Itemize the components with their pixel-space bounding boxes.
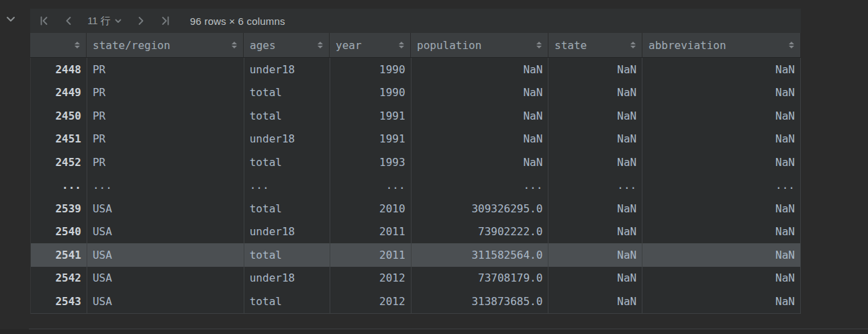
cell-year[interactable]: 1991 [330, 104, 412, 128]
column-header-ages[interactable]: ages [244, 33, 330, 57]
cell-year[interactable]: 2011 [330, 243, 412, 267]
table-row[interactable]: 2542USAunder18201273708179.0NaNNaN [31, 267, 801, 290]
cell-year[interactable]: 2012 [330, 290, 412, 313]
row-index-cell[interactable]: 2450 [31, 104, 87, 128]
cell-state[interactable]: NaN [548, 58, 642, 81]
column-header-abbreviation[interactable]: abbreviation [642, 33, 801, 57]
cell-population[interactable]: 73902222.0 [412, 220, 549, 244]
cell-state-region[interactable]: USA [87, 243, 244, 267]
cell-abbreviation[interactable]: NaN [642, 128, 801, 151]
cell-population[interactable]: NaN [412, 81, 549, 105]
previous-page-button[interactable] [61, 13, 76, 28]
cell-state[interactable]: NaN [548, 243, 642, 267]
cell-abbreviation[interactable]: NaN [642, 151, 801, 174]
row-index-cell[interactable]: 2449 [31, 81, 87, 105]
table-row[interactable]: 2450PRtotal1991NaNNaNNaN [31, 104, 801, 128]
cell-state-region[interactable]: PR [87, 104, 244, 128]
cell-population[interactable]: 313873685.0 [412, 290, 549, 313]
column-header-state-region[interactable]: state/region [87, 33, 244, 57]
cell-ages[interactable]: ... [244, 174, 330, 198]
cell-ages[interactable]: total [244, 290, 330, 313]
table-row[interactable]: 2448PRunder181990NaNNaNNaN [31, 58, 801, 81]
row-index-cell[interactable]: 2541 [31, 243, 87, 267]
cell-ages[interactable]: total [244, 151, 330, 174]
column-header-row-index[interactable] [30, 33, 87, 57]
cell-ages[interactable]: total [244, 104, 330, 128]
row-index-cell[interactable]: 2540 [31, 220, 87, 244]
cell-state-region[interactable]: PR [87, 151, 244, 174]
cell-population[interactable]: NaN [412, 128, 549, 151]
cell-ages[interactable]: under18 [244, 267, 330, 290]
cell-state[interactable]: NaN [548, 267, 642, 290]
cell-state-region[interactable]: USA [87, 197, 244, 220]
cell-state[interactable]: NaN [548, 220, 642, 244]
cell-year[interactable]: ... [330, 174, 412, 198]
cell-state-region[interactable]: PR [87, 81, 244, 105]
row-index-cell[interactable]: 2451 [31, 128, 87, 151]
cell-population[interactable]: NaN [412, 104, 549, 128]
row-index-cell[interactable]: ... [31, 174, 87, 198]
cell-population[interactable]: NaN [412, 58, 549, 81]
cell-state[interactable]: NaN [548, 104, 642, 128]
table-row[interactable]: 2540USAunder18201173902222.0NaNNaN [31, 220, 801, 244]
cell-abbreviation[interactable]: NaN [642, 58, 801, 81]
cell-state-region[interactable]: PR [87, 128, 244, 151]
cell-ages[interactable]: under18 [244, 58, 330, 81]
cell-ages[interactable]: total [244, 243, 330, 267]
cell-year[interactable]: 1993 [330, 151, 412, 174]
cell-state[interactable]: NaN [548, 128, 642, 151]
table-row[interactable]: 2451PRunder181991NaNNaNNaN [31, 128, 801, 151]
table-row[interactable]: 2449PRtotal1990NaNNaNNaN [31, 81, 801, 105]
cell-population[interactable]: 73708179.0 [412, 267, 549, 290]
cell-state-region[interactable]: USA [87, 220, 244, 244]
column-header-population[interactable]: population [411, 33, 548, 57]
cell-abbreviation[interactable]: NaN [642, 197, 801, 220]
cell-year[interactable]: 2010 [330, 197, 412, 220]
next-page-button[interactable] [134, 13, 148, 28]
cell-year[interactable]: 2011 [330, 220, 412, 244]
cell-state[interactable]: NaN [548, 290, 642, 313]
row-index-cell[interactable]: 2542 [31, 267, 87, 290]
cell-state-region[interactable]: USA [87, 267, 244, 290]
cell-state[interactable]: NaN [548, 81, 642, 105]
cell-ages[interactable]: total [244, 81, 330, 105]
cell-year[interactable]: 2012 [330, 267, 412, 290]
column-header-year[interactable]: year [330, 33, 411, 57]
cell-abbreviation[interactable]: NaN [642, 290, 801, 313]
cell-abbreviation[interactable]: ... [642, 174, 801, 198]
cell-population[interactable]: ... [412, 174, 549, 198]
cell-year[interactable]: 1990 [330, 58, 412, 81]
cell-year[interactable]: 1990 [330, 81, 412, 105]
table-row[interactable]: 2541USAtotal2011311582564.0NaNNaN [31, 243, 801, 267]
cell-ages[interactable]: under18 [244, 220, 330, 244]
cell-ages[interactable]: under18 [244, 128, 330, 151]
cell-abbreviation[interactable]: NaN [642, 81, 801, 105]
cell-population[interactable]: NaN [412, 151, 549, 174]
cell-state[interactable]: NaN [548, 151, 642, 174]
row-index-cell[interactable]: 2452 [31, 151, 87, 174]
row-index-cell[interactable]: 2448 [31, 58, 87, 81]
table-row[interactable]: 2452PRtotal1993NaNNaNNaN [31, 151, 801, 174]
last-page-button[interactable] [158, 13, 173, 28]
cell-ages[interactable]: total [244, 197, 330, 220]
cell-population[interactable]: 311582564.0 [412, 243, 549, 267]
cell-year[interactable]: 1991 [330, 128, 412, 151]
cell-state[interactable]: ... [548, 174, 642, 198]
cell-state[interactable]: NaN [548, 197, 642, 220]
first-page-button[interactable] [37, 13, 52, 28]
cell-abbreviation[interactable]: NaN [642, 220, 801, 244]
ellipsis-row[interactable]: ..................... [31, 174, 801, 198]
cell-abbreviation[interactable]: NaN [642, 267, 801, 290]
row-index-cell[interactable]: 2543 [31, 290, 87, 313]
column-header-state[interactable]: state [548, 33, 642, 57]
cell-population[interactable]: 309326295.0 [412, 197, 549, 220]
table-row[interactable]: 2543USAtotal2012313873685.0NaNNaN [31, 290, 801, 313]
page-size-dropdown[interactable]: 11 行 [85, 13, 124, 29]
cell-abbreviation[interactable]: NaN [642, 243, 801, 267]
cell-state-region[interactable]: ... [87, 174, 244, 198]
row-index-cell[interactable]: 2539 [31, 197, 87, 220]
table-row[interactable]: 2539USAtotal2010309326295.0NaNNaN [31, 197, 801, 220]
cell-state-region[interactable]: PR [87, 58, 244, 81]
cell-state-region[interactable]: USA [87, 290, 244, 313]
collapse-output-chevron-icon[interactable] [4, 13, 17, 26]
